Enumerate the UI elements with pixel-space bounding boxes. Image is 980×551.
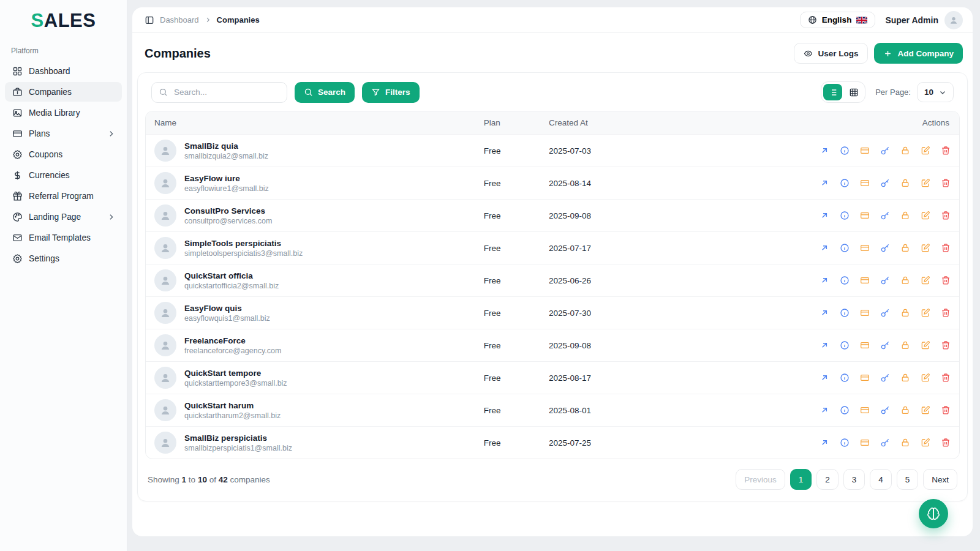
billing-card-icon[interactable] <box>860 276 870 285</box>
password-key-icon[interactable] <box>880 146 890 156</box>
ai-assistant-fab[interactable] <box>919 499 948 528</box>
edit-icon[interactable] <box>921 178 930 188</box>
lock-icon[interactable] <box>900 211 910 220</box>
edit-icon[interactable] <box>921 276 930 285</box>
billing-card-icon[interactable] <box>860 211 870 220</box>
lock-icon[interactable] <box>900 308 910 318</box>
pagination-page-5[interactable]: 5 <box>897 469 919 490</box>
info-icon[interactable] <box>840 340 850 350</box>
search-button[interactable]: Search <box>295 82 355 103</box>
open-link-icon[interactable] <box>820 211 829 220</box>
info-icon[interactable] <box>840 146 850 156</box>
edit-icon[interactable] <box>921 373 930 383</box>
open-link-icon[interactable] <box>820 178 829 188</box>
sidebar-item-plans[interactable]: Plans <box>5 124 122 143</box>
lock-icon[interactable] <box>900 178 910 188</box>
info-icon[interactable] <box>840 405 850 415</box>
lock-icon[interactable] <box>900 438 910 448</box>
password-key-icon[interactable] <box>880 178 890 188</box>
sidebar-item-email-templates[interactable]: Email Templates <box>5 228 122 247</box>
lock-icon[interactable] <box>900 373 910 383</box>
delete-icon[interactable] <box>941 340 951 350</box>
password-key-icon[interactable] <box>880 308 890 318</box>
edit-icon[interactable] <box>921 243 930 253</box>
delete-icon[interactable] <box>941 276 951 285</box>
sidebar-item-companies[interactable]: Companies <box>5 82 122 102</box>
edit-icon[interactable] <box>921 211 930 220</box>
user-logs-button[interactable]: User Logs <box>794 43 868 64</box>
open-link-icon[interactable] <box>820 308 829 318</box>
delete-icon[interactable] <box>941 243 951 253</box>
billing-card-icon[interactable] <box>860 340 870 350</box>
open-link-icon[interactable] <box>820 438 829 448</box>
pagination-page-1[interactable]: 1 <box>790 469 812 490</box>
panel-left-icon[interactable] <box>145 15 154 25</box>
user-menu[interactable]: Super Admin <box>885 11 963 29</box>
open-link-icon[interactable] <box>820 146 829 156</box>
open-link-icon[interactable] <box>820 276 829 285</box>
info-icon[interactable] <box>840 243 850 253</box>
sidebar-item-settings[interactable]: Settings <box>5 249 122 268</box>
info-icon[interactable] <box>840 276 850 285</box>
password-key-icon[interactable] <box>880 405 890 415</box>
add-company-button[interactable]: Add Company <box>874 43 963 64</box>
password-key-icon[interactable] <box>880 243 890 253</box>
open-link-icon[interactable] <box>820 373 829 383</box>
delete-icon[interactable] <box>941 308 951 318</box>
password-key-icon[interactable] <box>880 276 890 285</box>
filters-button[interactable]: Filters <box>362 82 420 103</box>
info-icon[interactable] <box>840 178 850 188</box>
info-icon[interactable] <box>840 308 850 318</box>
pagination-next[interactable]: Next <box>923 469 957 490</box>
delete-icon[interactable] <box>941 405 951 415</box>
search-input[interactable] <box>173 87 280 97</box>
open-link-icon[interactable] <box>820 405 829 415</box>
lock-icon[interactable] <box>900 405 910 415</box>
delete-icon[interactable] <box>941 178 951 188</box>
billing-card-icon[interactable] <box>860 243 870 253</box>
sidebar-item-coupons[interactable]: Coupons <box>5 144 122 164</box>
pagination-page-4[interactable]: 4 <box>870 469 892 490</box>
lock-icon[interactable] <box>900 146 910 156</box>
edit-icon[interactable] <box>921 146 930 156</box>
breadcrumb-dashboard[interactable]: Dashboard <box>160 15 199 24</box>
password-key-icon[interactable] <box>880 211 890 220</box>
pagination-previous[interactable]: Previous <box>736 469 785 490</box>
language-selector[interactable]: English <box>800 12 876 28</box>
pagination-page-3[interactable]: 3 <box>843 469 865 490</box>
grid-view-button[interactable] <box>844 84 863 100</box>
edit-icon[interactable] <box>921 340 930 350</box>
password-key-icon[interactable] <box>880 438 890 448</box>
billing-card-icon[interactable] <box>860 438 870 448</box>
open-link-icon[interactable] <box>820 340 829 350</box>
sidebar-item-media-library[interactable]: Media Library <box>5 103 122 122</box>
password-key-icon[interactable] <box>880 340 890 350</box>
sidebar-item-referral-program[interactable]: Referral Program <box>5 186 122 206</box>
sidebar-item-landing-page[interactable]: Landing Page <box>5 207 122 227</box>
sidebar-item-currencies[interactable]: Currencies <box>5 165 122 185</box>
billing-card-icon[interactable] <box>860 178 870 188</box>
list-view-button[interactable] <box>823 84 842 100</box>
password-key-icon[interactable] <box>880 373 890 383</box>
edit-icon[interactable] <box>921 308 930 318</box>
per-page-select[interactable]: 10 <box>917 82 954 102</box>
info-icon[interactable] <box>840 373 850 383</box>
delete-icon[interactable] <box>941 146 951 156</box>
edit-icon[interactable] <box>921 438 930 448</box>
lock-icon[interactable] <box>900 276 910 285</box>
open-link-icon[interactable] <box>820 243 829 253</box>
billing-card-icon[interactable] <box>860 373 870 383</box>
billing-card-icon[interactable] <box>860 308 870 318</box>
lock-icon[interactable] <box>900 243 910 253</box>
sidebar-item-dashboard[interactable]: Dashboard <box>5 61 122 81</box>
billing-card-icon[interactable] <box>860 146 870 156</box>
info-icon[interactable] <box>840 211 850 220</box>
delete-icon[interactable] <box>941 211 951 220</box>
info-icon[interactable] <box>840 438 850 448</box>
delete-icon[interactable] <box>941 438 951 448</box>
billing-card-icon[interactable] <box>860 405 870 415</box>
delete-icon[interactable] <box>941 373 951 383</box>
pagination-page-2[interactable]: 2 <box>816 469 839 490</box>
lock-icon[interactable] <box>900 340 910 350</box>
edit-icon[interactable] <box>921 405 930 415</box>
